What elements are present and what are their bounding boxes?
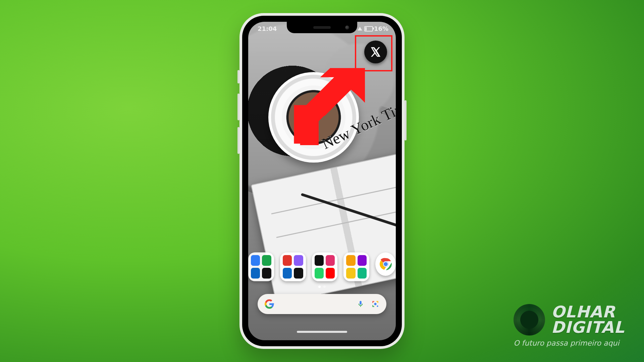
- folder-social[interactable]: [312, 252, 338, 281]
- folder-mini-icon: [283, 255, 292, 266]
- phone-bezel: New York Tim 21:04 16%: [242, 16, 402, 346]
- google-lens-icon[interactable]: [371, 300, 380, 308]
- mic-icon[interactable]: [357, 300, 364, 308]
- earpiece: [313, 26, 331, 29]
- svg-marker-2: [300, 68, 365, 145]
- folder-mini-icon: [315, 268, 324, 279]
- brand-tagline: O futuro passa primeiro aqui: [514, 339, 625, 347]
- battery-percent: 16%: [374, 25, 388, 32]
- pointer-arrow: [288, 68, 365, 145]
- phone-mute-switch: [237, 70, 239, 83]
- brand-line2: DIGITAL: [551, 320, 625, 335]
- folder-mini-icon: [315, 255, 324, 266]
- svg-point-9: [377, 305, 378, 307]
- olhar-ring-icon: [514, 304, 545, 336]
- phone-notch: [287, 22, 357, 33]
- chrome-app-icon[interactable]: [375, 252, 396, 276]
- phone-mockup: New York Tim 21:04 16%: [239, 13, 405, 349]
- folder-mini-icon: [326, 268, 335, 279]
- folder-mini-icon: [294, 268, 303, 279]
- folder-mini-icon: [326, 255, 335, 266]
- phone-power-button: [405, 100, 407, 140]
- battery-indicator: 16%: [364, 25, 388, 32]
- status-time: 21:04: [258, 25, 277, 32]
- gesture-nav-bar[interactable]: [297, 331, 347, 333]
- battery-icon: [364, 26, 373, 32]
- folder-work[interactable]: [280, 252, 306, 281]
- home-folder-row: [248, 252, 396, 281]
- folder-mini-icon: [358, 255, 367, 266]
- folder-mini-icon: [283, 268, 292, 279]
- highlight-box: [355, 35, 392, 71]
- google-search-bar[interactable]: [258, 294, 386, 314]
- folder-mini-icon: [251, 255, 260, 266]
- folder-mini-icon: [346, 255, 355, 266]
- publisher-logo: OLHAR DIGITAL O futuro passa primeiro aq…: [514, 304, 625, 347]
- phone-volume-down: [237, 127, 239, 154]
- page-indicator: [248, 285, 396, 288]
- folder-mini-icon: [346, 268, 355, 279]
- chrome-icon: [378, 256, 394, 272]
- signal-icon: [358, 27, 362, 31]
- front-camera: [345, 25, 349, 29]
- folder-mini-icon: [294, 255, 303, 266]
- folder-communications[interactable]: [248, 252, 274, 281]
- folder-mini-icon: [262, 268, 271, 279]
- folder-mini-icon: [262, 255, 271, 266]
- folder-mini-icon: [251, 268, 260, 279]
- google-g-icon: [264, 299, 274, 309]
- folder-mini-icon: [358, 268, 367, 279]
- tutorial-stage: New York Tim 21:04 16%: [0, 0, 644, 362]
- svg-point-8: [374, 303, 377, 305]
- phone-screen: New York Tim 21:04 16%: [248, 22, 396, 340]
- folder-finance[interactable]: [343, 252, 369, 281]
- phone-volume-up: [237, 94, 239, 120]
